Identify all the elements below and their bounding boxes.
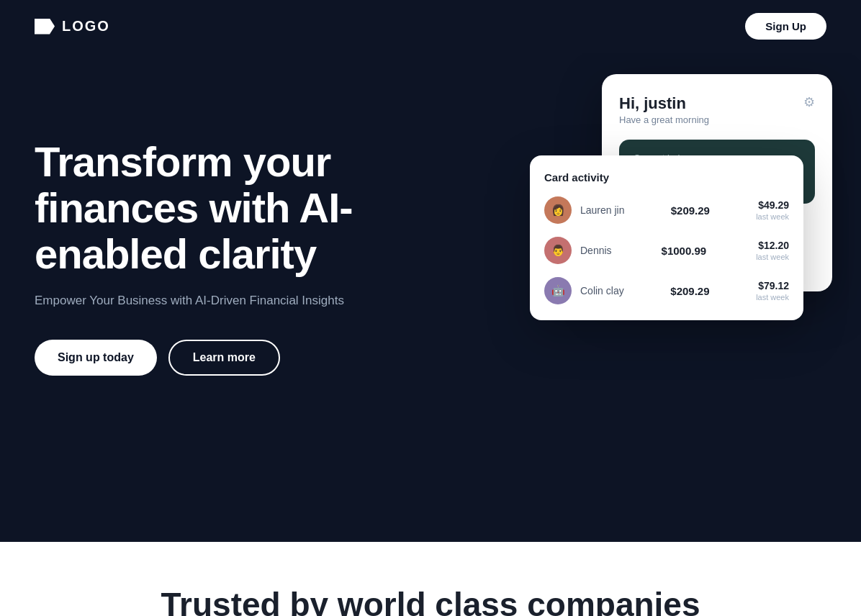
activity-row-2: 👨 Dennis $1000.99 $12.20 last week bbox=[544, 237, 789, 264]
activity-row-3: 🤖 Colin clay $209.29 $79.12 last week bbox=[544, 277, 789, 304]
activity-side-amount-3: $79.12 bbox=[756, 280, 789, 291]
activity-name-3: Colin clay bbox=[580, 285, 624, 296]
bottom-section: Trusted by world class companies bbox=[0, 542, 861, 616]
logo-area: LOGO bbox=[35, 18, 110, 35]
activity-when-1: last week bbox=[756, 212, 789, 221]
activity-avatar-3: 🤖 bbox=[544, 277, 572, 304]
hero-title: Transform your finances with AI-enabled … bbox=[35, 139, 481, 276]
activity-avatar-2: 👨 bbox=[544, 237, 572, 264]
greeting-sub: Have a great morning bbox=[619, 114, 709, 125]
gear-icon[interactable]: ⚙ bbox=[803, 94, 815, 110]
activity-amount-1: $209.29 bbox=[671, 204, 710, 217]
greeting-block: Hi, justin Have a great morning bbox=[619, 94, 709, 125]
activity-amount-3: $209.29 bbox=[670, 285, 709, 297]
activity-left-2: 👨 Dennis bbox=[544, 237, 612, 264]
hero-subtitle: Empower Your Business with AI-Driven Fin… bbox=[35, 294, 481, 308]
hero-section: Transform your finances with AI-enabled … bbox=[0, 53, 861, 542]
navbar: LOGO Sign Up bbox=[0, 0, 861, 53]
activity-right-2: $12.20 last week bbox=[756, 240, 789, 261]
activity-avatar-1: 👩 bbox=[544, 196, 572, 224]
activity-row-1: 👩 Lauren jin $209.29 $49.29 last week bbox=[544, 196, 789, 224]
cards-area: Hi, justin Have a great morning ⚙ Curren… bbox=[602, 74, 832, 291]
logo-text: LOGO bbox=[62, 18, 110, 35]
activity-left-1: 👩 Lauren jin bbox=[544, 196, 625, 224]
nav-signup-button[interactable]: Sign Up bbox=[745, 13, 826, 40]
logo-icon bbox=[35, 19, 55, 35]
activity-right-3: $79.12 last week bbox=[756, 280, 789, 302]
activity-amount-2: $1000.99 bbox=[662, 245, 707, 257]
hero-content: Transform your finances with AI-enabled … bbox=[35, 96, 481, 376]
learn-more-button[interactable]: Learn more bbox=[168, 340, 280, 376]
greeting-name: Hi, justin bbox=[619, 94, 709, 113]
activity-card: Card activity 👩 Lauren jin $209.29 $49.2… bbox=[530, 155, 803, 320]
activity-name-1: Lauren jin bbox=[580, 204, 625, 216]
activity-side-amount-2: $12.20 bbox=[756, 240, 789, 251]
signup-today-button[interactable]: Sign up today bbox=[35, 340, 157, 376]
card-header: Hi, justin Have a great morning ⚙ bbox=[619, 94, 815, 125]
activity-when-2: last week bbox=[756, 253, 789, 261]
activity-when-3: last week bbox=[756, 293, 789, 302]
activity-card-title: Card activity bbox=[544, 171, 789, 184]
activity-right-1: $49.29 last week bbox=[756, 199, 789, 221]
activity-left-3: 🤖 Colin clay bbox=[544, 277, 624, 304]
activity-side-amount-1: $49.29 bbox=[756, 199, 789, 211]
trusted-title: Trusted by world class companies bbox=[0, 585, 861, 616]
hero-buttons: Sign up today Learn more bbox=[35, 340, 481, 376]
activity-name-2: Dennis bbox=[580, 245, 612, 256]
